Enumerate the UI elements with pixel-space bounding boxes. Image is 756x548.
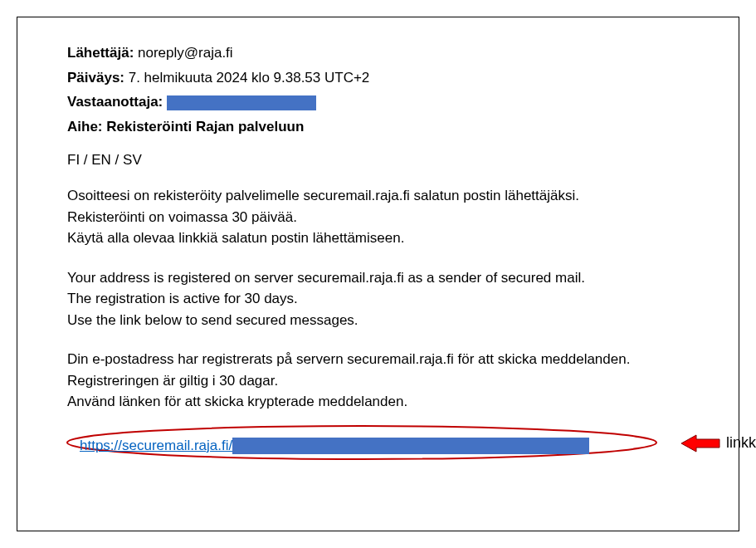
en-line2: The registration is active for 30 days. bbox=[67, 288, 697, 310]
sv-line2: Registreringen är giltig i 30 dagar. bbox=[67, 370, 697, 392]
date-label: Päiväys: bbox=[67, 70, 124, 86]
recipient-line: Vastaanottaja: bbox=[67, 91, 697, 113]
subject-line: Aihe: Rekisteröinti Rajan palveluun bbox=[67, 116, 697, 138]
subject-value: Rekisteröinti Rajan palveluun bbox=[106, 119, 304, 135]
date-line: Päiväys: 7. helmikuuta 2024 klo 9.38.53 … bbox=[67, 67, 697, 89]
body-finnish: Osoitteesi on rekisteröity palvelimelle … bbox=[67, 185, 697, 249]
body-english: Your address is registered on server sec… bbox=[67, 267, 697, 331]
fi-line3: Käytä alla olevaa linkkiä salatun postin… bbox=[67, 228, 697, 249]
arrow-left-icon bbox=[681, 433, 721, 453]
svg-marker-1 bbox=[681, 435, 719, 452]
secure-link[interactable]: https://securemail.raja.fi/ bbox=[80, 438, 232, 454]
recipient-redaction bbox=[167, 95, 316, 110]
link-area: https://securemail.raja.fi/ linkki bbox=[67, 431, 697, 472]
email-frame: Lähettäjä: noreply@raja.fi Päiväys: 7. h… bbox=[17, 17, 739, 531]
fi-line1: Osoitteesi on rekisteröity palvelimelle … bbox=[67, 185, 697, 207]
date-value: 7. helmikuuta 2024 klo 9.38.53 UTC+2 bbox=[124, 70, 369, 86]
sv-line1: Din e-postadress har registrerats på ser… bbox=[67, 349, 697, 370]
en-line3: Use the link below to send secured messa… bbox=[67, 310, 697, 331]
en-line1: Your address is registered on server sec… bbox=[67, 267, 697, 289]
language-indicator: FI / EN / SV bbox=[67, 152, 697, 169]
fi-line2: Rekisteröinti on voimassa 30 päivää. bbox=[67, 207, 697, 228]
subject-label: Aihe: bbox=[67, 119, 106, 135]
body-swedish: Din e-postadress har registrerats på ser… bbox=[67, 349, 697, 413]
link-row[interactable]: https://securemail.raja.fi/ bbox=[80, 438, 589, 454]
from-label: Lähettäjä: bbox=[67, 45, 134, 61]
recipient-label: Vastaanottaja: bbox=[67, 94, 167, 110]
annotation: linkki bbox=[681, 433, 756, 453]
link-redaction bbox=[232, 438, 589, 454]
from-value: noreply@raja.fi bbox=[134, 45, 232, 61]
from-line: Lähettäjä: noreply@raja.fi bbox=[67, 42, 697, 64]
annotation-label: linkki bbox=[726, 434, 756, 452]
sv-line3: Använd länken för att skicka krypterade … bbox=[67, 391, 697, 413]
